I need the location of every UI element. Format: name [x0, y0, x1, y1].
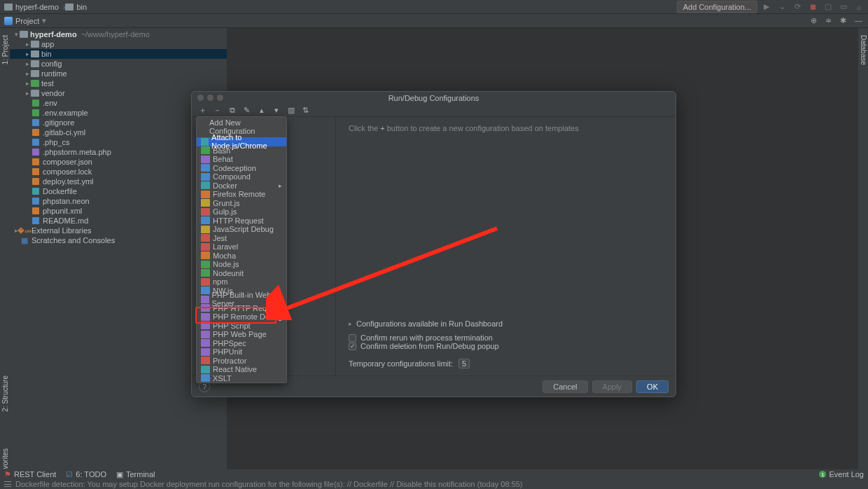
menu-item[interactable]: Compound [197, 172, 286, 181]
sort-icon[interactable]: ⇅ [302, 106, 309, 114]
menu-item[interactable]: PHPUnit [197, 347, 286, 357]
add-configuration-button[interactable]: Add Configuration... [677, 1, 757, 13]
breadcrumb-child-label: bin [76, 3, 87, 11]
menu-item[interactable]: Docker▸ [197, 181, 286, 191]
add-new-configuration-menu[interactable]: Add New Configuration Attach to Node.js/… [196, 116, 287, 383]
config-type-icon [201, 181, 210, 189]
wrench-icon[interactable]: ✎ [243, 106, 251, 114]
dashboard-section[interactable]: ▸Configurations available in Run Dashboa… [349, 319, 663, 328]
file-icon [31, 148, 41, 156]
menu-item[interactable]: PHPSpec [197, 339, 286, 348]
tool-rest-client[interactable]: ⚑REST Client [4, 470, 56, 479]
menu-item[interactable]: Laravel [197, 242, 286, 252]
menu-item[interactable]: Behat [197, 155, 286, 164]
menu-item[interactable]: Node.js [197, 260, 286, 269]
search-icon[interactable]: ⌕ [854, 2, 864, 12]
file-icon [31, 128, 41, 137]
debug-icon[interactable]: ⌄ [777, 2, 787, 12]
menu-icon[interactable] [4, 481, 11, 487]
tree-node[interactable]: ▸config [10, 59, 227, 69]
confirm-rerun-checkbox[interactable]: Confirm rerun with process termination [349, 333, 663, 342]
remove-icon[interactable]: － [214, 106, 221, 114]
menu-item[interactable]: PHP Built-in Web Server [197, 295, 286, 304]
window-controls[interactable] [197, 95, 223, 101]
chevron-down-icon[interactable]: ▾ [42, 16, 46, 25]
menu-item[interactable]: Bash [197, 146, 286, 156]
add-icon[interactable]: ＋ [199, 106, 206, 114]
menu-item[interactable]: JavaScript Debug [197, 225, 286, 234]
stop-icon[interactable]: ◼ [808, 2, 818, 12]
breadcrumb-root[interactable]: hyperf-demo [4, 3, 59, 11]
file-icon [31, 216, 41, 225]
tree-node[interactable]: ▸app [10, 39, 227, 49]
up-icon[interactable]: ▴ [258, 106, 265, 114]
menu-item[interactable]: Codeception [197, 164, 286, 173]
tab-project[interactable]: 1: Project [1, 31, 10, 69]
tree-node[interactable]: ▸bin [10, 49, 227, 59]
project-panel-label[interactable]: Project [15, 17, 39, 25]
status-text: Dockerfile detection: You may setup Dock… [15, 480, 523, 488]
down-icon[interactable]: ▾ [272, 106, 280, 114]
menu-item[interactable]: npm [197, 277, 286, 287]
left-gutter: 1: Project 2: Structure 2: Favorites [0, 28, 10, 489]
tree-node[interactable]: ▸test [10, 78, 227, 88]
breadcrumb-root-label: hyperf-demo [15, 3, 59, 11]
menu-item[interactable]: PHP Remote Debug [197, 312, 286, 322]
tab-database[interactable]: Database [859, 31, 868, 69]
menu-item[interactable]: HTTP Request [197, 216, 286, 226]
menu-item[interactable]: PHP HTTP Request [197, 304, 286, 313]
file-icon [31, 158, 41, 166]
tree-root[interactable]: ▾hyperf-demo~/www/hyperf-demo [10, 29, 227, 39]
right-gutter: Database [858, 28, 868, 489]
cancel-button[interactable]: Cancel [542, 380, 587, 393]
project-toolbar: Project ▾ ⊕ ≑ ✱ — [0, 14, 868, 28]
layout-icon[interactable]: ▢ [823, 2, 833, 12]
config-type-icon [201, 278, 210, 286]
menu-item[interactable]: Mocha [197, 252, 286, 261]
apply-button[interactable]: Apply [592, 380, 633, 393]
config-type-icon [201, 216, 210, 224]
tab-structure[interactable]: 2: Structure [1, 371, 10, 416]
confirm-deletion-checkbox[interactable]: Confirm deletion from Run/Debug popup [349, 342, 663, 350]
config-type-icon [201, 287, 210, 294]
ok-button[interactable]: OK [636, 380, 668, 393]
config-type-icon [201, 304, 210, 312]
event-log[interactable]: 1 Event Log [819, 470, 864, 478]
file-icon [31, 109, 41, 117]
breadcrumb-child[interactable]: bin [65, 3, 87, 11]
locate-icon[interactable]: ⊕ [811, 16, 820, 25]
copy-icon[interactable]: ⧉ [228, 106, 236, 114]
config-type-icon [201, 331, 210, 338]
menu-item[interactable]: Nodeunit [197, 269, 286, 278]
project-structure-icon[interactable]: ▭ [839, 2, 848, 12]
tool-todo[interactable]: ☑6: TODO [66, 470, 106, 479]
file-icon [31, 99, 41, 107]
gear-icon[interactable]: ✱ [840, 16, 849, 25]
event-count-badge: 1 [819, 471, 826, 478]
menu-item[interactable]: React Native [197, 365, 286, 374]
menu-item[interactable]: Firefox Remote [197, 190, 286, 199]
menu-item[interactable]: Grunt.js [197, 199, 286, 208]
menu-item[interactable]: Attach to Node.js/Chrome [197, 137, 286, 146]
menu-item[interactable]: Gulp.js [197, 207, 286, 216]
menu-item[interactable]: PHP Web Page [197, 330, 286, 339]
menu-item[interactable]: XSLT [197, 374, 286, 383]
tool-terminal[interactable]: ▣Terminal [116, 470, 155, 479]
folder-icon[interactable]: ▥ [287, 106, 295, 114]
config-type-icon [201, 164, 210, 172]
folder-icon [31, 90, 39, 97]
menu-item[interactable]: Protractor [197, 357, 286, 366]
coverage-icon[interactable]: ⟳ [792, 2, 802, 12]
tool-window-bar: ⚑REST Client ☑6: TODO ▣Terminal 1 Event … [0, 469, 868, 479]
run-icon[interactable]: ▶ [762, 2, 771, 12]
hide-icon[interactable]: — [855, 16, 864, 25]
libs-icon: �መ [20, 226, 29, 235]
dialog-toolbar: ＋ － ⧉ ✎ ▴ ▾ ▥ ⇅ [192, 104, 676, 117]
file-icon [31, 167, 41, 176]
folder-icon [20, 31, 28, 38]
menu-item[interactable]: PHP Script [197, 322, 286, 331]
collapse-icon[interactable]: ≑ [825, 16, 834, 25]
menu-item[interactable]: Jest [197, 234, 286, 243]
temp-limit-input[interactable]: 5 [458, 359, 470, 369]
tree-node[interactable]: ▸runtime [10, 69, 227, 78]
